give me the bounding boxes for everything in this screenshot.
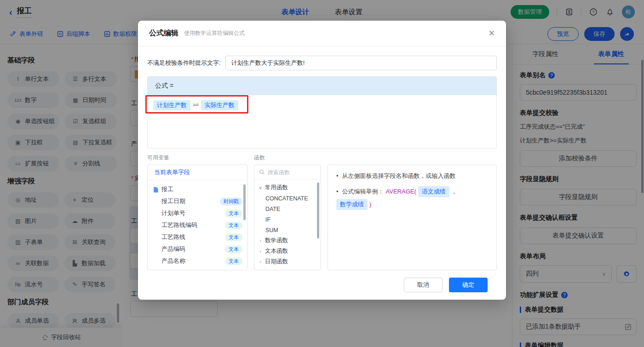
- variable-item[interactable]: 产品编码文本: [148, 243, 247, 255]
- formula-input-area[interactable]: 计划生产数>=实际生产数: [148, 95, 496, 148]
- variable-name: 报工日期: [161, 197, 185, 205]
- variable-name: 计划单号: [161, 209, 185, 217]
- function-group-name: 常用函数: [265, 184, 288, 192]
- function-group-collapsed[interactable]: ›日期函数: [254, 256, 321, 267]
- variable-type-badge: 文本: [225, 257, 242, 265]
- variable-item[interactable]: 工艺路线文本: [148, 231, 247, 243]
- variable-type-badge: 文本: [225, 245, 242, 253]
- app-root: ‹ 报工 表单设计 表单设置 数据管理 ? 检 表单外链: [0, 0, 644, 347]
- variable-name: 工艺路线编码: [161, 221, 197, 229]
- formula-field-chip[interactable]: 计划生产数: [153, 100, 190, 110]
- function-group-collapsed[interactable]: ›文本函数: [254, 246, 321, 256]
- variable-tree-root[interactable]: 报工: [148, 183, 247, 195]
- caret-down-icon: ∨: [258, 185, 263, 190]
- variable-name: 产品名称: [161, 257, 185, 265]
- variable-item[interactable]: 计划单号文本: [148, 207, 247, 219]
- function-group-name: 数学函数: [265, 237, 288, 245]
- help-example-close: ): [369, 200, 371, 209]
- functions-scrollbar[interactable]: [317, 182, 319, 239]
- prompt-text-input[interactable]: [225, 56, 497, 70]
- close-icon[interactable]: ✕: [489, 29, 495, 37]
- bullet: •: [336, 187, 339, 196]
- variable-type-badge: 文本: [225, 222, 242, 229]
- confirm-button[interactable]: 确定: [449, 278, 488, 292]
- formula-field-chip[interactable]: 实际生产数: [201, 100, 238, 110]
- variable-item[interactable]: 报工日期时间戳: [148, 195, 247, 207]
- variable-type-badge: 文本: [225, 233, 242, 241]
- function-group-name: 文本函数: [265, 247, 288, 255]
- variable-item[interactable]: 产品名称文本: [148, 255, 247, 267]
- function-search-input[interactable]: [268, 169, 309, 176]
- tab-current-form-fields[interactable]: 当前表单字段: [154, 168, 190, 176]
- caret-right-icon: ›: [258, 259, 263, 264]
- bullet: •: [336, 171, 339, 181]
- variable-name: 工艺路线: [161, 233, 185, 241]
- function-group-name: 日期函数: [265, 258, 288, 266]
- caret-right-icon: ›: [258, 249, 263, 254]
- prompt-text-label: 不满足校验条件时提示文字:: [147, 59, 221, 67]
- formula-help-panel: • 从左侧面板选择字段名和函数，或输入函数 • 公式编辑举例： AVERAGE(…: [328, 165, 497, 270]
- function-item[interactable]: CONCATENATE: [254, 193, 321, 204]
- formula-operator: >=: [193, 102, 199, 108]
- variables-panel: 当前表单字段 报工报工日期时间戳计划单号文本工艺路线编码文本工艺路线文本产品编码…: [147, 165, 247, 270]
- variable-item[interactable]: 工艺路线编码文本: [148, 219, 247, 231]
- variable-type-badge: 时间戳: [220, 198, 242, 205]
- function-group-collapsed[interactable]: ›数学函数: [254, 235, 321, 246]
- variable-name: 产品编码: [161, 245, 185, 253]
- variable-root-label: 报工: [161, 185, 173, 193]
- cancel-button[interactable]: 取消: [404, 278, 443, 292]
- function-item[interactable]: DATE: [254, 204, 321, 214]
- help-example-field: 语文成绩: [418, 186, 449, 197]
- function-item[interactable]: IF: [254, 214, 321, 225]
- help-example-function: AVERAGE(: [386, 187, 416, 196]
- function-group-expanded[interactable]: ∨常用函数: [254, 182, 321, 193]
- document-icon: [153, 187, 159, 193]
- variable-type-badge: 文本: [225, 210, 242, 217]
- help-example-comma: ，: [451, 187, 457, 196]
- formula-editor: 公式 = 计划生产数>=实际生产数: [147, 76, 497, 148]
- functions-panel: ∨常用函数CONCATENATEDATEIFSUM›数学函数›文本函数›日期函数: [254, 165, 321, 270]
- help-example-field: 数学成绩: [336, 199, 368, 210]
- variables-scrollbar[interactable]: [243, 184, 246, 220]
- variables-label: 可用变量: [147, 154, 254, 162]
- help-example-prefix: 公式编辑举例：: [342, 187, 384, 196]
- help-line-1: 从左侧面板选择字段名和函数，或输入函数: [342, 171, 456, 181]
- formula-edit-modal: 公式编辑 使用数学运算符编辑公式 ✕ 不满足校验条件时提示文字: 公式 = 计划…: [138, 21, 506, 300]
- function-item[interactable]: SUM: [254, 225, 321, 235]
- modal-title: 公式编辑: [149, 28, 178, 38]
- functions-label: 函数: [254, 154, 265, 162]
- modal-subtitle: 使用数学运算符编辑公式: [184, 29, 245, 37]
- caret-right-icon: ›: [258, 238, 263, 243]
- formula-label: 公式 =: [148, 77, 496, 95]
- search-icon: [259, 169, 265, 175]
